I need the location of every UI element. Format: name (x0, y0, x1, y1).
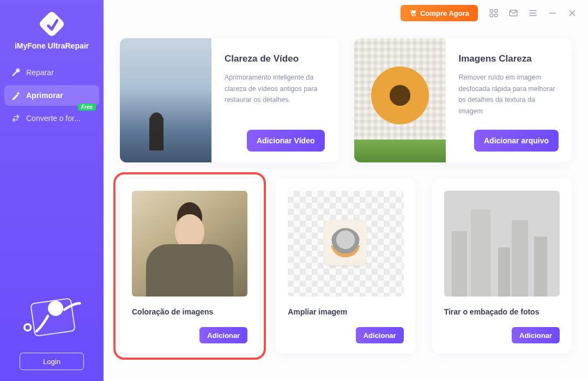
sidebar-nav: Reparar Aprimorar Converte o for... Free (0, 62, 104, 129)
cart-icon (409, 9, 417, 17)
menu-icon[interactable] (528, 8, 538, 18)
grid-icon[interactable] (489, 8, 499, 18)
main-area: Compre Agora Clareza de Vídeo Aprimorame… (104, 0, 588, 381)
card-title: Clareza de Vídeo (225, 53, 325, 64)
sidebar-footer: Login (0, 291, 104, 370)
minimize-icon[interactable] (548, 8, 557, 18)
card-thumbnail (288, 191, 403, 297)
card-clareza-video: Clareza de Vídeo Aprimoramento inteligen… (120, 38, 338, 162)
app-logo-icon (38, 10, 66, 38)
svg-point-2 (25, 324, 31, 331)
card-title: Coloração de imagens (132, 307, 247, 316)
sidebar-item-label: Reparar (26, 68, 54, 77)
sidebar-item-aprimorar[interactable]: Aprimorar (4, 85, 99, 106)
wrench-icon (11, 68, 21, 77)
sidebar-item-label: Converte o for... (26, 114, 81, 123)
card-title: Ampliar imagem (288, 307, 403, 316)
topbar: Compre Agora (104, 0, 588, 26)
mail-icon[interactable] (508, 8, 518, 18)
add-file-button[interactable]: Adicionar arquivo (474, 130, 559, 152)
card-description: Remover ruído em imagem desfocada rápida… (459, 72, 559, 130)
logo-block: iMyFone UltraRepair (0, 10, 104, 50)
svg-rect-5 (490, 14, 493, 17)
svg-point-1 (48, 301, 63, 316)
buy-now-label: Compre Agora (420, 9, 469, 17)
person-icon (14, 291, 90, 348)
card-title: Imagens Clareza (459, 53, 559, 64)
add-button[interactable]: Adicionar (199, 327, 247, 343)
card-thumbnail (354, 38, 446, 162)
card-thumbnail (120, 38, 211, 162)
wand-icon (11, 90, 21, 100)
content: Clareza de Vídeo Aprimoramento inteligen… (104, 26, 588, 381)
convert-icon (11, 113, 21, 123)
buy-now-button[interactable]: Compre Agora (401, 5, 478, 21)
sidebar: iMyFone UltraRepair Reparar Aprimorar Co… (0, 0, 104, 381)
card-description: Aprimoramento inteligente da clareza de … (225, 72, 325, 130)
bottom-card-row: Coloração de imagens Adicionar Ampliar i… (120, 179, 572, 353)
card-thumbnail (132, 191, 247, 297)
sidebar-item-converter[interactable]: Converte o for... Free (4, 108, 99, 129)
app-name: iMyFone UltraRepair (0, 41, 104, 50)
svg-rect-0 (38, 10, 66, 38)
add-button[interactable]: Adicionar (356, 327, 404, 343)
card-title: Tirar o embaçado de fotos (444, 307, 560, 316)
svg-rect-4 (495, 9, 498, 12)
window-controls (489, 8, 577, 18)
login-button[interactable]: Login (20, 353, 84, 370)
add-video-button[interactable]: Adicionar Vídeo (247, 130, 325, 152)
card-imagens-clareza: Imagens Clareza Remover ruído em imagem … (354, 38, 572, 162)
top-card-row: Clareza de Vídeo Aprimoramento inteligen… (120, 38, 572, 162)
svg-rect-3 (490, 9, 493, 12)
svg-rect-6 (495, 14, 498, 17)
card-tirar-embacado: Tirar o embaçado de fotos Adicionar (432, 179, 572, 353)
add-button[interactable]: Adicionar (512, 327, 560, 343)
sidebar-item-reparar[interactable]: Reparar (4, 62, 99, 83)
sidebar-item-label: Aprimorar (26, 91, 63, 100)
promo-illustration (14, 291, 90, 345)
card-thumbnail (444, 191, 560, 297)
card-coloracao-imagens: Coloração de imagens Adicionar (120, 179, 259, 353)
card-ampliar-imagem: Ampliar imagem Adicionar (276, 179, 415, 353)
free-badge: Free (78, 104, 96, 111)
close-icon[interactable] (567, 8, 577, 18)
